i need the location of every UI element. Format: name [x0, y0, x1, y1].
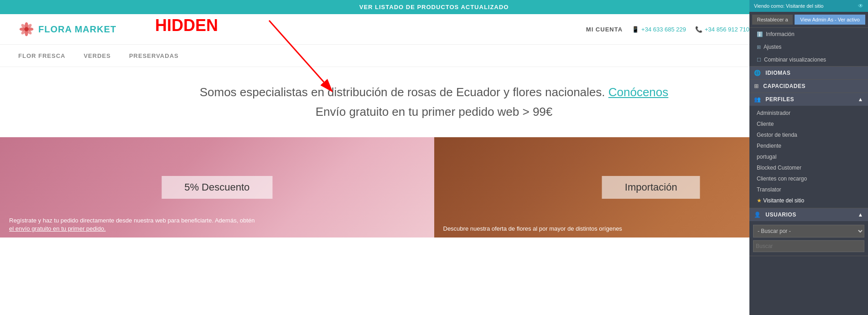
usuarios-icon: 👤 — [754, 212, 761, 218]
user-search-input[interactable] — [753, 240, 864, 252]
view-admin-button[interactable]: View Admin As - Ver activo — [795, 15, 865, 25]
header: FLORA MARKET HIDDEN MI CUENTA 📱 +34 633 … — [0, 14, 868, 45]
viewing-as-text: Viendo como: Visitante del sitio — [754, 3, 823, 9]
profile-translator[interactable]: Translator — [749, 184, 868, 195]
perfiles-icon: 👥 — [754, 96, 761, 103]
profile-gestor[interactable]: Gestor de tienda — [749, 129, 868, 140]
usuarios-header[interactable]: 👤 USUARIOS ▲ — [749, 208, 868, 221]
mi-cuenta-link[interactable]: MI CUENTA — [586, 26, 623, 33]
card-importacion-label: Importación — [602, 176, 700, 199]
usuarios-label: USUARIOS — [765, 212, 796, 218]
profile-clientes-recargo[interactable]: Clientes con recargo — [749, 173, 868, 184]
star-icon: ★ — [757, 197, 762, 204]
hero-section: Somos especialistas en distribución de r… — [0, 67, 868, 128]
perfiles-collapse-icon: ▲ — [858, 96, 863, 103]
usuarios-collapse-icon: ▲ — [858, 212, 863, 218]
profile-cliente[interactable]: Cliente — [749, 119, 868, 129]
cards-row: 5% Descuento Regístrate y haz tu pedido … — [0, 137, 868, 238]
ajustes-icon: ⊞ — [757, 44, 761, 50]
right-admin-panel: Viendo como: Visitante del sitio 👁 Resta… — [749, 0, 868, 315]
whatsapp-icon: 📱 — [632, 26, 639, 33]
panel-section-idiomas: 🌐 IDIOMAS — [749, 67, 868, 80]
phone-icon: 📞 — [695, 26, 702, 33]
capacidades-icon: ⊞ — [754, 83, 759, 89]
profile-blocked-customer[interactable]: Blocked Customer — [749, 162, 868, 173]
profile-pendiente[interactable]: Pendiente — [749, 140, 868, 151]
card-descuento: 5% Descuento Regístrate y haz tu pedido … — [0, 137, 434, 238]
profiles-list: Administrador Cliente Gestor de tienda P… — [749, 106, 868, 208]
info-icon: ℹ️ — [757, 31, 763, 37]
panel-section-capacidades: ⊞ CAPACIDADES — [749, 80, 868, 93]
card-descuento-label: 5% Descuento — [161, 176, 272, 199]
svg-point-9 — [25, 27, 29, 31]
idiomas-label: IDIOMAS — [765, 70, 790, 76]
panel-combinar-item[interactable]: ☐ Combinar visualizaciones — [749, 53, 868, 66]
logo-area: FLORA MARKET — [18, 21, 116, 37]
announcement-text: VER LISTADO DE PRODUCTOS ACTUALIZADO — [359, 4, 509, 10]
combinar-icon: ☐ — [757, 57, 761, 63]
perfiles-header[interactable]: 👥 PERFILES ▲ — [749, 93, 868, 106]
capacidades-label: CAPACIDADES — [763, 83, 806, 89]
perfiles-label: PERFILES — [765, 96, 794, 103]
idiomas-icon: 🌐 — [754, 70, 761, 76]
panel-buttons: Restablecer a View Admin As - Ver activo — [749, 12, 868, 28]
phone2: 📞 +34 856 912 710 — [695, 26, 749, 33]
usuarios-controls: - Buscar por - Nombre Email Rol — [749, 221, 868, 256]
panel-informacion-item[interactable]: ℹ️ Información — [749, 28, 868, 41]
panel-section-info: ℹ️ Información ⊞ Ajustes ☐ Combinar visu… — [749, 28, 868, 67]
nav-preservadas[interactable]: PRESERVADAS — [129, 52, 179, 59]
panel-informacion-label: Información — [766, 31, 795, 37]
hidden-label: HIDDEN — [155, 16, 218, 35]
panel-top-bar: Viendo como: Visitante del sitio 👁 — [749, 0, 868, 12]
nav-bar: FLOR FRESCA VERDES PRESERVADAS €0,00 0 p… — [0, 45, 868, 67]
hero-conocenos-link[interactable]: Conócenos — [608, 85, 669, 99]
announcement-bar: VER LISTADO DE PRODUCTOS ACTUALIZADO — [0, 0, 868, 14]
hero-main-text: Somos especialistas en distribución de r… — [9, 85, 859, 99]
restore-button[interactable]: Restablecer a — [752, 15, 793, 25]
idiomas-header[interactable]: 🌐 IDIOMAS — [749, 67, 868, 79]
panel-ajustes-label: Ajustes — [764, 44, 781, 50]
logo-flower-icon — [18, 21, 35, 37]
capacidades-header[interactable]: ⊞ CAPACIDADES — [749, 80, 868, 93]
panel-section-usuarios: 👤 USUARIOS ▲ - Buscar por - Nombre Email… — [749, 208, 868, 256]
phone1: 📱 +34 633 685 229 — [632, 26, 686, 33]
panel-ajustes-item[interactable]: ⊞ Ajustes — [749, 41, 868, 53]
card-descuento-caption: Regístrate y haz tu pedido directamente … — [9, 217, 425, 233]
eye-icon[interactable]: 👁 — [858, 3, 863, 9]
nav-verdes[interactable]: VERDES — [83, 52, 110, 59]
panel-combinar-label: Combinar visualizaciones — [764, 57, 826, 63]
logo-text: FLORA MARKET — [38, 24, 116, 35]
search-by-select[interactable]: - Buscar por - Nombre Email Rol — [753, 225, 864, 238]
profile-visitante-sitio[interactable]: ★ Visitante del sitio — [749, 195, 868, 206]
nav-links: FLOR FRESCA VERDES PRESERVADAS — [18, 52, 179, 59]
panel-section-perfiles: 👥 PERFILES ▲ Administrador Cliente Gesto… — [749, 93, 868, 208]
hero-sub-text: Envío gratuito en tu primer pedido web >… — [9, 105, 859, 119]
profile-portugal[interactable]: portugal — [749, 151, 868, 162]
profile-administrador[interactable]: Administrador — [749, 108, 868, 119]
nav-flor-fresca[interactable]: FLOR FRESCA — [18, 52, 65, 59]
